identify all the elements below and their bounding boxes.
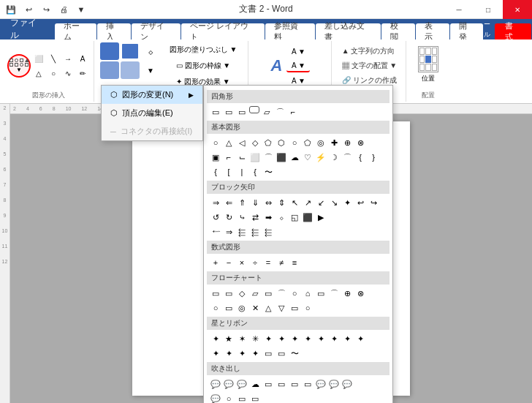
fc2-5[interactable]: △ [262,302,274,314]
callout-rect[interactable]: 💬 [210,378,221,390]
ba2-1[interactable]: ↺ [210,211,221,223]
callout-accent2[interactable]: 💬 [328,378,340,390]
eq-notequal[interactable]: ≠ [276,257,287,268]
ba-down[interactable]: ⇓ [249,197,261,208]
fc2-2[interactable]: ▭ [223,302,235,314]
tab-pagelayout[interactable]: ページ レイアウト [181,23,265,39]
callout2-1[interactable]: 💬 [210,393,221,403]
scroll-v[interactable]: ▭ [276,347,287,359]
shape-curve-btn[interactable]: ∿ [61,67,75,80]
bs-braceL[interactable]: { [210,166,221,178]
ba-ul[interactable]: ↖ [289,197,300,208]
bs-diamond[interactable]: ◇ [249,137,261,148]
tab-format[interactable]: 書式 [495,23,531,39]
star-32[interactable]: ✦ [328,333,340,344]
fc2-6[interactable]: ▽ [276,302,287,314]
star-7[interactable]: ✳ [249,333,261,344]
bs-circle[interactable]: ○ [210,137,221,148]
ba-ud[interactable]: ⇕ [276,197,287,208]
ba2-4[interactable]: ⇄ [249,211,261,223]
shape-rect3[interactable]: ▭ [236,106,248,118]
bs-bar[interactable]: | [236,166,248,178]
ba-ur[interactable]: ↗ [302,197,314,208]
text-fill-btn[interactable]: A ▼ [286,45,310,58]
bs-arc[interactable]: ⌒ [341,151,353,163]
fc-alternate[interactable]: ▭ [223,287,235,299]
fc-data[interactable]: ▱ [249,287,261,299]
star-5[interactable]: ★ [223,333,235,344]
text-align-btn[interactable]: ▦ 文字の配置 ▼ [339,59,400,72]
bs-bracketL[interactable]: [ [223,166,235,178]
bs-rtriangle[interactable]: ◁ [236,137,248,148]
ba-curveL[interactable]: ↪ [368,197,379,208]
fc2-1[interactable]: ○ [210,302,221,314]
bs-halfframe[interactable]: ⌐ [223,151,235,163]
bs-corner[interactable]: ⌙ [236,151,248,163]
bs-pie[interactable]: ⊗ [354,137,366,148]
ba2-9[interactable]: ▶ [315,211,327,223]
callout-line2[interactable]: ▭ [276,378,287,390]
callout-oval[interactable]: 💬 [236,378,248,390]
callout2-4[interactable]: ▭ [249,393,261,403]
star-10[interactable]: ✦ [276,333,287,344]
bs-brace2[interactable]: { [354,151,366,163]
tab-mailings[interactable]: 差し込み文書 [316,23,381,39]
callout-accent1[interactable]: 💬 [315,378,327,390]
bs-chord[interactable]: ⊕ [341,137,353,148]
tab-file[interactable]: ファイル [0,19,55,39]
style-more[interactable]: ⬦ [141,42,160,60]
bs-pentagon[interactable]: ⬠ [262,137,274,148]
callout-2line[interactable]: 💬 [341,378,353,390]
fc-punchtape[interactable]: ⌒ [328,287,340,299]
style-preset-3[interactable] [100,61,119,79]
print-qat-btn[interactable]: 🖨 [56,1,72,18]
ba3-3[interactable]: ⬱ [236,226,248,238]
ribbon1[interactable]: ✦ [210,347,221,359]
ba-right[interactable]: ⇒ [210,197,221,208]
ba2-5[interactable]: ➡ [262,211,274,223]
tab-review[interactable]: 校閲 [381,23,415,39]
fc-or[interactable]: ⊗ [354,287,366,299]
fc2-3[interactable]: ◎ [236,302,248,314]
tab-home[interactable]: ホーム [55,23,96,39]
fc-terminal[interactable]: ⌒ [276,287,287,299]
redo-qat-btn[interactable]: ↪ [38,1,54,18]
callout2-2[interactable]: ○ [223,393,235,403]
bs-frame[interactable]: ▣ [210,151,221,163]
ribbon2[interactable]: ✦ [223,347,235,359]
undo-qat-btn[interactable]: ↩ [20,1,37,18]
shape-rect6[interactable]: ⌒ [274,106,286,118]
callout-bent2[interactable]: ▭ [302,378,314,390]
shape-outline-btn[interactable]: ▭ 図形の枠線 ▼ [163,59,243,73]
ba-up[interactable]: ⇑ [236,197,248,208]
style-preset-1[interactable] [100,42,119,60]
reconnect-item[interactable]: ─ コネクタの再接続(I) [102,122,202,140]
ba3-1[interactable]: ⬳ [210,226,221,238]
burst-4[interactable]: ✦ [341,333,353,344]
change-shape-item[interactable]: ⬡ 図形の変更(N) ▶ [102,86,202,104]
tab-insert[interactable]: 挿入 [97,23,131,39]
fc-offpage[interactable]: ⌂ [302,287,314,299]
more-qat-btn[interactable]: ▼ [73,1,89,18]
shape-fill-btn[interactable]: 図形の塗りつぶし ▼ [163,42,243,57]
close-btn[interactable]: ✕ [503,0,532,19]
shape-rect4[interactable] [249,106,259,113]
text-outline-btn[interactable]: A ▼ [286,59,310,72]
ba-dr[interactable]: ↘ [328,197,340,208]
eq-plus[interactable]: + [210,257,221,268]
ba-dl[interactable]: ↙ [315,197,327,208]
fc-card[interactable]: ▭ [315,287,327,299]
bs-misc[interactable]: 〜 [262,166,274,178]
ba2-6[interactable]: ⬦ [276,211,287,223]
bs-donut[interactable]: ◎ [315,137,327,148]
star-8[interactable]: ✦ [262,333,274,344]
ba3-4[interactable]: ⬱ [249,226,261,238]
fc-decision[interactable]: ◇ [236,287,248,299]
shape-text-btn[interactable]: A [76,52,89,65]
ba-4way[interactable]: ✦ [341,197,353,208]
bs-octagon[interactable]: ⬠ [302,137,314,148]
shape-triangle-btn[interactable]: △ [32,67,45,80]
shape-arrow-btn[interactable]: → [61,52,75,65]
bs-moon[interactable]: ☽ [328,151,340,163]
ba2-3[interactable]: ⤷ [236,211,248,223]
